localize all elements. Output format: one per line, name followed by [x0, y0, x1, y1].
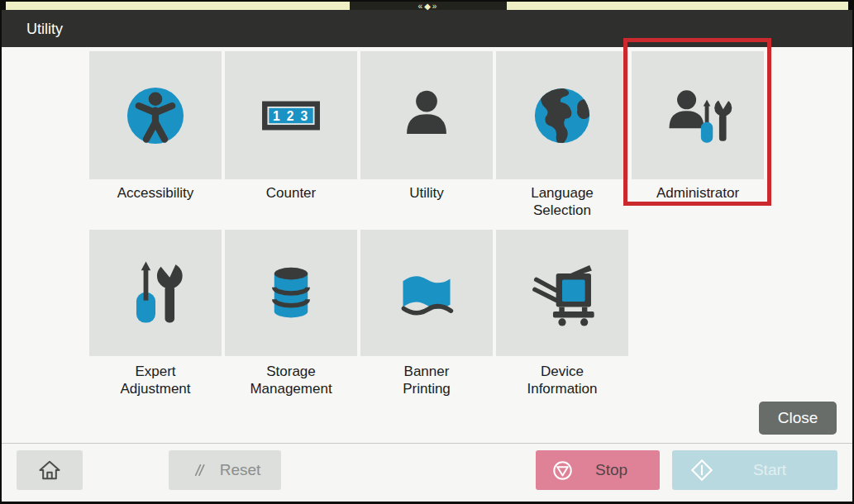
tile-administrator[interactable]	[632, 51, 764, 179]
reset-icon	[189, 460, 209, 480]
page-title: Utility	[26, 10, 63, 47]
accessibility-icon	[117, 78, 193, 154]
tile-label-banner-printing: Banner Printing	[360, 363, 493, 397]
footer-bar: Reset Stop Start	[2, 444, 852, 502]
tile-label-storage-management: Storage Management	[225, 363, 357, 397]
utility-screen: «◆» Utility Accessibility 1 2 3 Cou	[0, 0, 854, 504]
home-button[interactable]	[17, 450, 83, 490]
stop-button-label: Stop	[576, 461, 646, 479]
close-button-label: Close	[778, 409, 818, 427]
tile-label-counter: Counter	[225, 184, 357, 202]
globe-icon	[524, 78, 600, 154]
tile-counter[interactable]: 1 2 3	[225, 51, 357, 179]
tools-icon	[116, 254, 195, 333]
start-button[interactable]: Start	[672, 450, 837, 490]
tile-label-administrator: Administrator	[632, 184, 764, 202]
tile-language-selection[interactable]	[496, 51, 628, 179]
tile-expert-adjustment[interactable]	[89, 230, 222, 356]
tile-label-device-information: Device Information	[496, 363, 628, 397]
header-bar: Utility	[2, 10, 852, 47]
tile-label-accessibility: Accessibility	[89, 184, 222, 202]
tile-storage-management[interactable]	[225, 230, 357, 356]
tile-accessibility[interactable]	[89, 51, 222, 179]
printer-icon	[524, 255, 600, 331]
close-button[interactable]: Close	[759, 402, 837, 435]
counter-icon: 1 2 3	[253, 78, 329, 154]
admin-tools-icon	[658, 76, 737, 155]
start-button-label: Start	[717, 461, 823, 479]
user-icon	[389, 78, 465, 154]
reset-button[interactable]: Reset	[169, 450, 281, 490]
tile-label-expert-adjustment: Expert Adjustment	[89, 363, 222, 397]
start-icon	[687, 455, 717, 485]
stop-button[interactable]: Stop	[536, 450, 660, 490]
database-icon	[253, 255, 329, 331]
stop-icon	[549, 457, 576, 484]
flag-icon	[389, 255, 465, 331]
tile-utility[interactable]	[360, 51, 493, 179]
tile-banner-printing[interactable]	[360, 230, 493, 356]
tile-device-information[interactable]	[496, 230, 628, 356]
reset-button-label: Reset	[220, 461, 261, 479]
home-icon	[36, 456, 64, 484]
tile-label-utility: Utility	[360, 184, 493, 202]
tile-label-language-selection: Language Selection	[496, 184, 628, 219]
counter-digits: 1 2 3	[273, 109, 309, 123]
